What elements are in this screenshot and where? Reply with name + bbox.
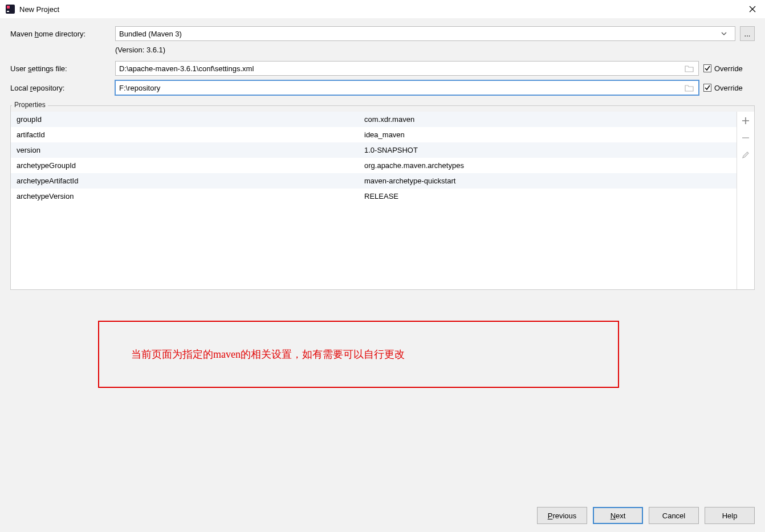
button-bar: Previous Next Cancel Help [537, 507, 755, 524]
dialog-content: Maven home directory: Bundled (Maven 3) … [0, 18, 765, 290]
user-settings-label: User settings file: [10, 64, 111, 73]
close-icon[interactable] [746, 2, 759, 16]
prop-value: com.xdr.maven [363, 115, 736, 124]
prop-key: version [11, 146, 363, 154]
edit-icon[interactable] [740, 149, 751, 161]
properties-legend: Properties [12, 101, 48, 109]
next-button[interactable]: Next [593, 507, 643, 524]
maven-home-browse-button[interactable]: ... [740, 26, 755, 41]
user-settings-input[interactable]: D:\apache-maven-3.6.1\conf\settings.xml [115, 61, 699, 76]
prop-key: archetypeGroupId [11, 161, 363, 170]
table-row[interactable]: groupId com.xdr.maven [11, 112, 736, 127]
prop-key: archetypeVersion [11, 192, 363, 200]
prop-value: RELEASE [363, 192, 736, 200]
override-label: Override [714, 64, 743, 73]
table-empty-space [11, 204, 736, 289]
titlebar: New Project [0, 0, 765, 18]
user-settings-value: D:\apache-maven-3.6.1\conf\settings.xml [119, 64, 685, 73]
table-row[interactable]: version 1.0-SNAPSHOT [11, 142, 736, 158]
prop-key: artifactId [11, 130, 363, 139]
properties-fieldset: Properties groupId com.xdr.maven artifac… [10, 105, 755, 290]
prop-key: archetypeArtifactId [11, 177, 363, 185]
maven-home-combo[interactable]: Bundled (Maven 3) [115, 26, 735, 41]
user-settings-row: User settings file: D:\apache-maven-3.6.… [10, 61, 755, 76]
properties-panel: groupId com.xdr.maven artifactId idea_ma… [11, 112, 754, 289]
cancel-button[interactable]: Cancel [649, 507, 699, 524]
override-label: Override [714, 84, 743, 92]
window-title: New Project [19, 5, 746, 14]
folder-icon[interactable] [685, 65, 695, 72]
table-row[interactable]: artifactId idea_maven [11, 127, 736, 142]
remove-icon[interactable] [740, 132, 751, 144]
table-row[interactable]: archetypeArtifactId maven-archetype-quic… [11, 173, 736, 189]
prop-value: maven-archetype-quickstart [363, 177, 736, 185]
previous-button[interactable]: Previous [537, 507, 587, 524]
chevron-down-icon [721, 32, 731, 35]
maven-home-value: Bundled (Maven 3) [119, 30, 721, 38]
properties-table[interactable]: groupId com.xdr.maven artifactId idea_ma… [11, 112, 737, 289]
local-repo-label: Local repository: [10, 84, 111, 92]
svg-rect-1 [7, 6, 10, 9]
table-row[interactable]: archetypeVersion RELEASE [11, 189, 736, 204]
prop-value: 1.0-SNAPSHOT [363, 146, 736, 154]
app-icon [6, 5, 15, 14]
checkbox-icon [703, 64, 711, 72]
maven-home-row: Maven home directory: Bundled (Maven 3) … [10, 26, 755, 41]
local-repo-value: F:\repository [119, 84, 685, 92]
checkbox-icon [703, 84, 711, 92]
prop-value: idea_maven [363, 130, 736, 139]
annotation-overlay: 当前页面为指定的maven的相关设置，如有需要可以自行更改 [98, 321, 619, 388]
folder-icon[interactable] [685, 84, 695, 92]
help-button[interactable]: Help [705, 507, 755, 524]
local-repo-input[interactable]: F:\repository [115, 80, 699, 95]
local-repo-override[interactable]: Override [703, 84, 755, 92]
svg-rect-2 [7, 11, 9, 12]
maven-version-label: (Version: 3.6.1) [115, 46, 755, 54]
properties-actions [737, 112, 754, 289]
user-settings-override[interactable]: Override [703, 64, 755, 73]
table-row[interactable]: archetypeGroupId org.apache.maven.archet… [11, 158, 736, 173]
annotation-text: 当前页面为指定的maven的相关设置，如有需要可以自行更改 [131, 347, 405, 361]
add-icon[interactable] [740, 115, 751, 126]
prop-value: org.apache.maven.archetypes [363, 161, 736, 170]
local-repo-row: Local repository: F:\repository Override [10, 80, 755, 95]
prop-key: groupId [11, 115, 363, 124]
maven-home-label: Maven home directory: [10, 30, 111, 38]
